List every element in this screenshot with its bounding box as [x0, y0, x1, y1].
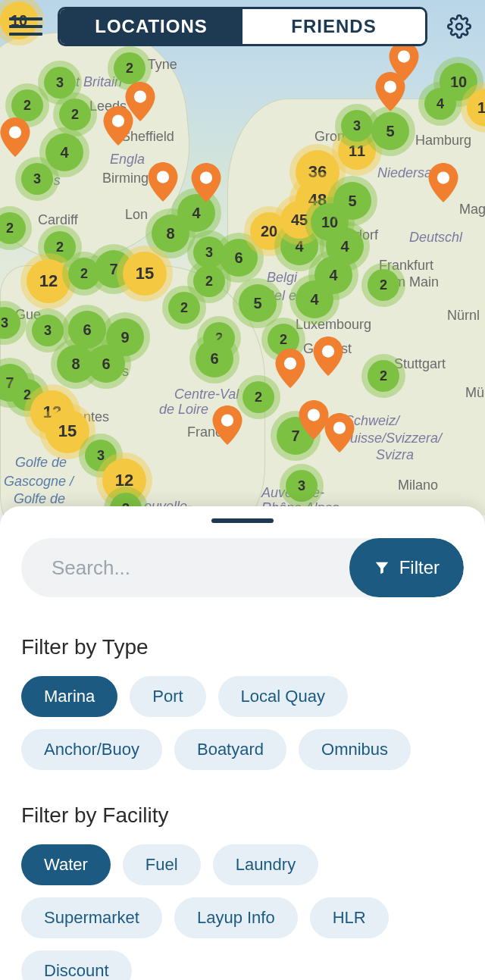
svg-point-4	[200, 171, 212, 183]
map-pin[interactable]	[324, 413, 355, 452]
map-cluster[interactable]: 6	[220, 239, 258, 277]
menu-icon[interactable]	[9, 10, 42, 43]
map-cluster[interactable]: 3	[341, 110, 373, 142]
filter-facility-chips: WaterFuelLaundrySupermarketLayup InfoHLR…	[21, 844, 464, 980]
map-cluster[interactable]: 3	[286, 470, 318, 502]
type-chip[interactable]: Port	[130, 676, 205, 717]
map-cluster[interactable]: 3	[21, 163, 53, 195]
svg-point-1	[134, 90, 146, 102]
map-cluster[interactable]: 2	[168, 292, 200, 324]
map-cluster[interactable]: 2	[242, 381, 274, 413]
map-cluster[interactable]: 4	[45, 133, 83, 171]
svg-point-3	[157, 171, 169, 183]
map-pin[interactable]	[428, 163, 458, 202]
facility-chip[interactable]: Discount	[21, 950, 132, 980]
svg-point-8	[322, 345, 334, 357]
map-cluster[interactable]: 15	[45, 409, 89, 453]
map-cluster[interactable]: 3	[32, 315, 64, 346]
map-pin[interactable]	[275, 349, 305, 388]
map-pin[interactable]	[212, 405, 242, 445]
svg-point-5	[384, 80, 396, 92]
svg-point-12	[333, 421, 346, 434]
facility-chip[interactable]: Supermarket	[21, 897, 162, 938]
svg-point-10	[221, 414, 233, 426]
svg-point-2	[112, 114, 124, 127]
map-pin[interactable]	[313, 337, 343, 376]
type-chip[interactable]: Anchor/Buoy	[21, 729, 162, 770]
type-chip[interactable]: Marina	[21, 676, 117, 717]
gear-icon	[447, 14, 471, 39]
map-view[interactable]: n Tyneat BritainLeedsSheffieldEnglaBirmi…	[0, 0, 485, 515]
filter-facility-title: Filter by Facility	[21, 803, 464, 828]
map-cluster[interactable]: 4	[424, 88, 456, 120]
map-cluster[interactable]: 6	[87, 345, 125, 383]
drag-handle[interactable]	[211, 518, 274, 523]
bottom-sheet[interactable]: Filter Filter by Type MarinaPortLocal Qu…	[0, 506, 485, 980]
tab-locations[interactable]: LOCATIONS	[60, 9, 242, 44]
map-pin[interactable]	[148, 162, 178, 202]
facility-chip[interactable]: Fuel	[123, 844, 201, 885]
settings-button[interactable]	[443, 10, 476, 43]
type-chip[interactable]: Boatyard	[174, 729, 286, 770]
map-pin[interactable]	[191, 163, 221, 202]
facility-chip[interactable]: Laundry	[213, 844, 319, 885]
svg-point-11	[308, 409, 320, 421]
map-cluster[interactable]: 2	[368, 269, 399, 301]
svg-point-7	[437, 171, 449, 183]
search-row: Filter	[21, 538, 464, 597]
segment-control: LOCATIONS FRIENDS	[58, 7, 427, 46]
map-cluster[interactable]: 5	[371, 112, 409, 150]
map-cluster[interactable]: 5	[333, 182, 371, 220]
map-pin[interactable]	[103, 106, 133, 146]
type-chip[interactable]: Omnibus	[299, 729, 411, 770]
facility-chip[interactable]: Layup Info	[174, 897, 298, 938]
tab-friends[interactable]: FRIENDS	[242, 9, 425, 44]
filter-label: Filter	[399, 557, 440, 578]
map-cluster[interactable]: 2	[59, 99, 91, 130]
map-cluster[interactable]: 3	[44, 67, 76, 99]
type-chip[interactable]: Local Quay	[218, 676, 348, 717]
search-input[interactable]	[21, 538, 349, 597]
filter-icon	[374, 559, 390, 576]
facility-chip[interactable]: HLR	[310, 897, 389, 938]
facility-chip[interactable]: Water	[21, 844, 111, 885]
filter-button[interactable]: Filter	[349, 538, 464, 597]
map-cluster[interactable]: 2	[114, 52, 146, 84]
map-cluster[interactable]: 2	[368, 360, 399, 392]
map-cluster[interactable]: 15	[123, 252, 167, 296]
map-cluster[interactable]: 6	[68, 311, 106, 349]
map-cluster[interactable]: 8	[152, 214, 189, 252]
map-cluster[interactable]: 4	[296, 280, 333, 318]
map-cluster[interactable]: 12	[27, 259, 70, 303]
map-cluster[interactable]: 5	[239, 284, 277, 322]
map-cluster[interactable]: 6	[196, 340, 233, 377]
map-pin[interactable]	[0, 117, 30, 157]
svg-point-13	[456, 23, 462, 30]
map-cluster[interactable]: 2	[193, 265, 225, 297]
header: LOCATIONS FRIENDS	[0, 0, 485, 53]
filter-type-title: Filter by Type	[21, 635, 464, 659]
filter-type-chips: MarinaPortLocal QuayAnchor/BuoyBoatyardO…	[21, 676, 464, 770]
map-cluster[interactable]: 2	[11, 89, 43, 121]
svg-point-9	[284, 357, 296, 369]
map-cluster[interactable]: 2	[44, 231, 76, 263]
svg-point-0	[9, 126, 21, 138]
